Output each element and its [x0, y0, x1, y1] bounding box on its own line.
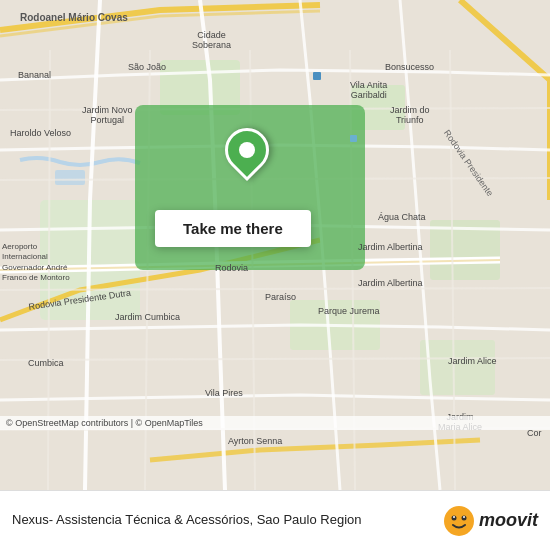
label-bananal: Bananal [18, 70, 51, 80]
bottom-bar: Nexus- Assistencia Técnica & Acessórios,… [0, 490, 550, 550]
label-agua-chata: Água Chata [378, 212, 426, 222]
label-vila-anita: Vila AnitaGaribaldi [350, 80, 387, 100]
moovit-face-icon [443, 505, 475, 537]
copyright-text: © OpenStreetMap contributors | © OpenMap… [6, 418, 203, 428]
label-sao-joao: São João [128, 62, 166, 72]
moovit-logo: moovit [443, 505, 538, 537]
map-container: Rodoanel Mário Covas CidadeSoberana Bana… [0, 0, 550, 490]
svg-rect-11 [350, 135, 357, 142]
label-jardim-albertina: Jardim Albertina [358, 242, 423, 252]
label-aeroporto: AeroportoInternacionalGovernador AndréFr… [2, 242, 70, 284]
label-rodovia-small: Rodovia [215, 263, 248, 273]
svg-rect-10 [313, 72, 321, 80]
label-rodoanel: Rodoanel Mário Covas [20, 12, 128, 23]
label-jardim-novo-portugal: Jardim NovoPortugal [82, 105, 133, 125]
label-jardim-albertina2: Jardim Albertina [358, 278, 423, 288]
label-paraiso: Paraíso [265, 292, 296, 302]
label-cumbica: Cumbica [28, 358, 64, 368]
moovit-text: moovit [479, 510, 538, 531]
label-bonsucesso: Bonsucesso [385, 62, 434, 72]
label-jardim-alice: Jardim Alice [448, 356, 497, 366]
label-cidade-soberana: CidadeSoberana [192, 30, 231, 50]
label-vila-pires: Vila Pires [205, 388, 243, 398]
label-jardim-triunfo: Jardim doTriunfo [390, 105, 430, 125]
pin-icon [216, 119, 278, 181]
label-haroldo-veloso: Haroldo Veloso [10, 128, 71, 138]
label-ayrton-senna: Ayrton Senna [228, 436, 282, 446]
copyright-bar: © OpenStreetMap contributors | © OpenMap… [0, 416, 550, 430]
svg-rect-8 [55, 170, 85, 185]
take-me-there-button[interactable]: Take me there [155, 210, 311, 247]
label-parque-jurema: Parque Jurema [318, 306, 380, 316]
label-jardim-cumbica: Jardim Cumbica [115, 312, 180, 322]
location-pin [225, 128, 269, 172]
location-title: Nexus- Assistencia Técnica & Acessórios,… [12, 511, 435, 529]
svg-point-15 [453, 516, 455, 518]
svg-point-12 [444, 506, 474, 536]
svg-point-16 [463, 516, 465, 518]
